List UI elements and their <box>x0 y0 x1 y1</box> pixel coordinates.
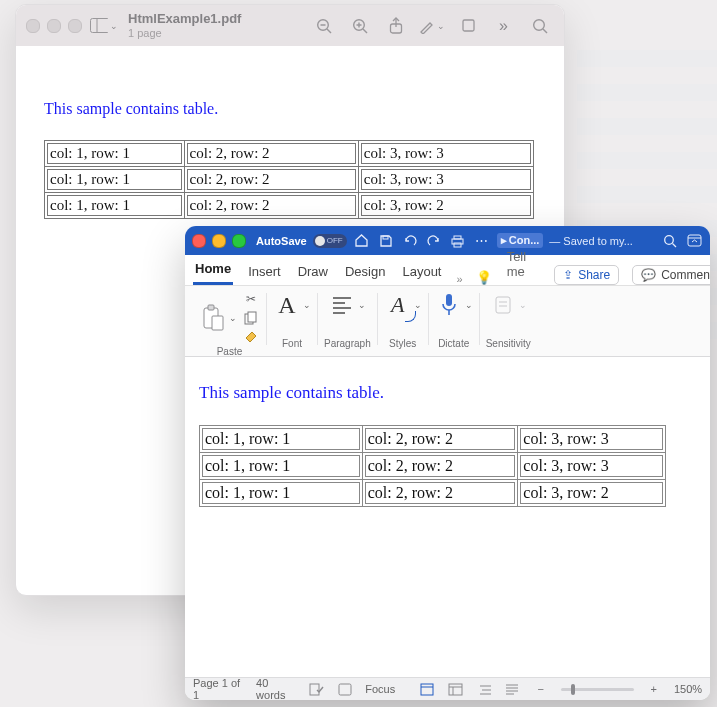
autosave-toggle[interactable]: OFF <box>313 234 347 248</box>
ellipsis-icon[interactable]: ⋯ <box>473 232 491 250</box>
svg-rect-23 <box>208 305 214 310</box>
svg-rect-40 <box>449 684 462 695</box>
svg-rect-36 <box>310 684 319 695</box>
svg-rect-14 <box>383 236 388 239</box>
word-statusbar: Page 1 of 1 40 words Focus − + 150% <box>185 677 710 700</box>
ribbon-toggle-icon[interactable] <box>685 232 703 250</box>
paragraph-icon[interactable] <box>328 290 356 320</box>
tab-home[interactable]: Home <box>193 255 233 285</box>
doc-heading: This sample contains table. <box>199 383 696 403</box>
styles-menu-arrow[interactable]: ⌄ <box>414 300 422 310</box>
copy-icon[interactable] <box>242 309 260 327</box>
rotate-button[interactable] <box>454 12 482 40</box>
share-icon: ⇪ <box>563 268 573 282</box>
tab-draw[interactable]: Draw <box>296 258 330 285</box>
group-clipboard: ⌄ ✂ Paste <box>193 290 266 349</box>
home-icon[interactable] <box>353 232 371 250</box>
group-label: Dictate <box>438 338 469 349</box>
styles-icon[interactable]: A <box>384 290 412 320</box>
group-sensitivity: ⌄ Sensitivity <box>480 290 537 349</box>
comment-icon: 💬 <box>641 268 656 282</box>
view-outline-icon[interactable] <box>476 680 492 698</box>
tab-insert[interactable]: Insert <box>246 258 283 285</box>
sensitivity-icon <box>489 290 517 320</box>
view-print-icon[interactable] <box>419 680 435 698</box>
status-words[interactable]: 40 words <box>256 677 297 700</box>
share-button[interactable] <box>382 12 410 40</box>
preview-title: HtmlExample1.pdf 1 page <box>128 12 241 38</box>
zoom-out-button[interactable]: − <box>533 680 549 698</box>
preview-subtitle: 1 page <box>128 27 241 39</box>
focus-icon[interactable] <box>337 680 353 698</box>
dictate-icon[interactable] <box>435 290 463 320</box>
spellcheck-icon[interactable] <box>309 680 325 698</box>
preview-toolbar: ⌄ HtmlExample1.pdf 1 page ⌄ » <box>16 5 564 46</box>
doc-table: col: 1, row: 1col: 2, row: 2col: 3, row:… <box>44 140 534 219</box>
svg-line-13 <box>543 29 547 33</box>
ribbon-tabs: Home Insert Draw Design Layout » 💡 Tell … <box>185 255 710 286</box>
zoom-in-button[interactable]: + <box>646 680 662 698</box>
more-button[interactable]: » <box>490 12 518 40</box>
dictate-menu-arrow[interactable]: ⌄ <box>465 300 473 310</box>
paste-menu-arrow[interactable]: ⌄ <box>229 313 237 323</box>
sidebar-toggle-button[interactable]: ⌄ <box>90 12 118 40</box>
format-painter-icon[interactable] <box>242 328 260 346</box>
svg-rect-31 <box>446 294 452 306</box>
zoom-out-button[interactable] <box>310 12 338 40</box>
markup-button[interactable]: ⌄ <box>418 12 446 40</box>
search-icon[interactable] <box>661 232 679 250</box>
paragraph-menu-arrow[interactable]: ⌄ <box>358 300 366 310</box>
group-label: Sensitivity <box>486 338 531 349</box>
font-icon[interactable]: A <box>273 290 301 320</box>
svg-point-18 <box>665 235 674 244</box>
svg-rect-0 <box>91 19 109 33</box>
search-button[interactable] <box>526 12 554 40</box>
print-icon[interactable] <box>449 232 467 250</box>
view-draft-icon[interactable] <box>504 680 520 698</box>
svg-line-6 <box>363 29 367 33</box>
preview-document: This sample contains table. col: 1, row:… <box>16 46 564 239</box>
traffic-lights[interactable] <box>26 19 82 33</box>
doc-table[interactable]: col: 1, row: 1col: 2, row: 2col: 3, row:… <box>199 425 666 507</box>
group-paragraph: ⌄ Paragraph <box>318 290 377 349</box>
svg-rect-16 <box>454 236 461 239</box>
font-menu-arrow[interactable]: ⌄ <box>303 300 311 310</box>
save-icon[interactable] <box>377 232 395 250</box>
zoom-in-button[interactable] <box>346 12 374 40</box>
group-dictate: ⌄ Dictate <box>429 290 479 349</box>
traffic-lights[interactable] <box>192 234 246 248</box>
zoom-slider[interactable] <box>561 688 634 691</box>
view-web-icon[interactable] <box>448 680 464 698</box>
word-titlebar: AutoSave OFF ⋯ ▸Con... — Saved to my... <box>185 226 710 255</box>
svg-rect-11 <box>463 20 474 31</box>
group-label: Styles <box>389 338 416 349</box>
svg-rect-24 <box>212 316 223 330</box>
svg-line-19 <box>673 243 677 247</box>
status-page[interactable]: Page 1 of 1 <box>193 677 244 700</box>
redo-icon[interactable] <box>425 232 443 250</box>
svg-rect-33 <box>496 297 510 313</box>
comments-button[interactable]: 💬Comments <box>632 265 710 285</box>
tab-design[interactable]: Design <box>343 258 387 285</box>
group-label: Font <box>282 338 302 349</box>
word-document[interactable]: This sample contains table. col: 1, row:… <box>185 357 710 693</box>
tab-layout[interactable]: Layout <box>400 258 443 285</box>
cut-icon[interactable]: ✂ <box>242 290 260 308</box>
share-button[interactable]: ⇪Share <box>554 265 619 285</box>
group-label: Paste <box>217 346 243 357</box>
autosave-label: AutoSave <box>256 235 307 247</box>
svg-rect-37 <box>339 684 351 695</box>
preview-filename: HtmlExample1.pdf <box>128 12 241 26</box>
tab-tellme[interactable]: Tell me <box>505 243 529 285</box>
paste-icon[interactable] <box>199 303 227 333</box>
word-window: AutoSave OFF ⋯ ▸Con... — Saved to my... … <box>185 226 710 700</box>
ribbon-panel: ⌄ ✂ Paste A⌄ Font ⌄ Paragraph A⌄ Styles <box>185 286 710 357</box>
lightbulb-icon: 💡 <box>476 270 492 285</box>
zoom-level[interactable]: 150% <box>674 683 702 695</box>
svg-rect-26 <box>248 312 256 322</box>
svg-rect-38 <box>421 684 433 695</box>
status-focus[interactable]: Focus <box>365 683 395 695</box>
more-tabs-icon[interactable]: » <box>457 273 463 285</box>
undo-icon[interactable] <box>401 232 419 250</box>
svg-line-3 <box>327 29 331 33</box>
